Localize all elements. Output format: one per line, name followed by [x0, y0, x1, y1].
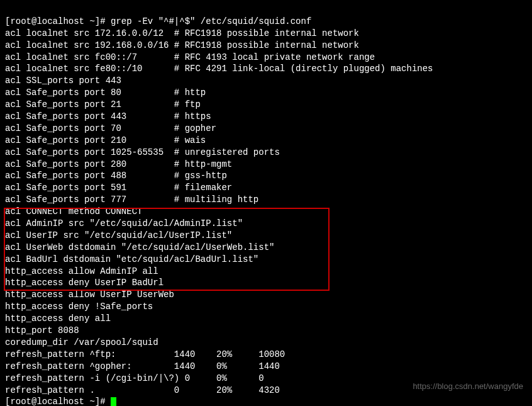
output-line: acl Safe_ports port 70 # gopher — [5, 123, 527, 135]
output-line: acl AdminIP src "/etc/squid/acl/AdminIP.… — [5, 218, 527, 230]
output-line: refresh_pattern ^ftp: 1440 20% 10080 — [5, 349, 527, 361]
output-line: acl UserWeb dstdomain "/etc/squid/acl/Us… — [5, 242, 527, 254]
output-line: acl Safe_ports port 80 # http — [5, 87, 527, 99]
output-line: http_access deny !Safe_ports — [5, 301, 527, 313]
entered-command: grep -Ev "^#|^$" /etc/squid/squid.conf — [111, 16, 311, 26]
output-line: http_access allow AdminIP all — [5, 266, 527, 278]
output-line: acl CONNECT method CONNECT — [5, 206, 527, 218]
output-line: acl localnet src 172.16.0.0/12 # RFC1918… — [5, 28, 527, 40]
output-line: acl Safe_ports port 591 # filemaker — [5, 182, 527, 194]
watermark-text: https://blog.csdn.net/wangyfde — [413, 381, 523, 392]
output-line: acl Safe_ports port 280 # http-mgmt — [5, 159, 527, 171]
output-line: acl localnet src fc00::/7 # RFC 4193 loc… — [5, 52, 527, 64]
prompt-line[interactable]: [root@localhost ~]# — [5, 396, 527, 406]
output-line: acl localnet src 192.168.0.0/16 # RFC191… — [5, 40, 527, 52]
output-line: acl Safe_ports port 1025-65535 # unregis… — [5, 147, 527, 159]
cursor-icon — [111, 397, 116, 406]
output-line: acl Safe_ports port 21 # ftp — [5, 99, 527, 111]
terminal-output: [root@localhost ~]# grep -Ev "^#|^$" /et… — [5, 4, 527, 406]
shell-prompt: [root@localhost ~]# — [5, 16, 111, 26]
output-line: acl Safe_ports port 488 # gss-http — [5, 170, 527, 182]
output-line: acl Safe_ports port 210 # wais — [5, 135, 527, 147]
output-line: acl UserIP src "/etc/squid/acl/UserIP.li… — [5, 230, 527, 242]
output-line: refresh_pattern ^gopher: 1440 0% 1440 — [5, 361, 527, 373]
output-line: acl SSL_ports port 443 — [5, 75, 527, 87]
shell-prompt: [root@localhost ~]# — [5, 397, 111, 406]
output-line: acl BadUrl dstdomain "etc/squid/acl/BadU… — [5, 254, 527, 266]
output-line: acl localnet src fe80::/10 # RFC 4291 li… — [5, 63, 527, 75]
output-line: http_port 8088 — [5, 325, 527, 337]
command-line: [root@localhost ~]# grep -Ev "^#|^$" /et… — [5, 16, 527, 28]
output-line: acl Safe_ports port 777 # multiling http — [5, 194, 527, 206]
output-line: http_access allow UserIP UserWeb — [5, 289, 527, 301]
output-line: http_access deny all — [5, 313, 527, 325]
output-line: coredump_dir /var/spool/squid — [5, 337, 527, 349]
output-line: acl Safe_ports port 443 # https — [5, 111, 527, 123]
output-line: http_access deny UserIP BadUrl — [5, 277, 527, 289]
